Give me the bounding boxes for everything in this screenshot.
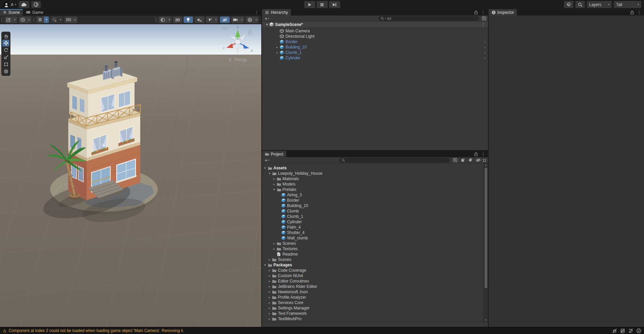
grid-snapping-toggle[interactable]: ▾ (36, 16, 49, 23)
project-item-cylinder[interactable]: Cylinder (262, 219, 488, 225)
project-item-models[interactable]: ▸Models (262, 181, 488, 187)
step-button[interactable] (329, 1, 340, 8)
unlock-icon[interactable] (474, 10, 478, 14)
toolbar-grip[interactable] (1, 18, 3, 22)
expand-arrow-icon[interactable]: ▸ (267, 258, 272, 261)
snap-increment-dropdown[interactable]: ▾ (65, 16, 77, 23)
tab-game[interactable]: Game (23, 9, 46, 15)
project-item-packages[interactable]: ▾Packages (262, 262, 488, 268)
expand-arrow-icon[interactable]: ▸ (267, 280, 272, 283)
label-tag-icon[interactable] (468, 158, 472, 162)
project-item-code-coverage[interactable]: ▸Code Coverage (262, 268, 488, 273)
status-bar[interactable]: ⚠ Component at index 2 could not be load… (0, 327, 644, 334)
scroll-up-arrow-icon[interactable]: ▲ (484, 163, 488, 167)
camera-settings-dropdown[interactable]: ▾ (231, 16, 244, 23)
expand-arrow-icon[interactable]: ▸ (272, 242, 276, 245)
expand-arrow-icon[interactable]: ▸ (275, 46, 279, 49)
scene-visibility-toggle[interactable] (220, 16, 230, 23)
project-menu-icon[interactable]: ⋮ (481, 152, 485, 157)
scene-lighting-toggle[interactable] (184, 16, 193, 23)
hierarchy-scene-row[interactable]: ▼ SampleScene* ⋮ (262, 22, 488, 27)
auto-refresh-disabled-icon[interactable] (628, 328, 633, 333)
project-item-editor-coroutines[interactable]: ▸Editor Coroutines (262, 278, 488, 284)
expand-arrow-icon[interactable]: ▸ (272, 183, 276, 186)
project-item-readme[interactable]: Readme (262, 252, 488, 257)
expand-arrow-icon[interactable]: ▸ (267, 285, 272, 288)
project-item-building-10[interactable]: Building_10 (262, 203, 488, 208)
expand-arrow-icon[interactable]: ▸ (272, 177, 276, 180)
hierarchy-item-cylinder[interactable]: Cylinder› (275, 55, 488, 61)
shading-mode-dropdown[interactable]: ▾ (159, 16, 172, 23)
project-item-jetbrains-rider-editor[interactable]: ▸JetBrains Rider Editor (262, 284, 488, 289)
project-create-button[interactable]: + ▾ (264, 158, 270, 163)
effects-visibility-dropdown[interactable]: ▾ (206, 16, 218, 23)
project-item-lowpoly-holiday-house[interactable]: ▾Lowpoly_Holiday_House (262, 171, 488, 176)
hierarchy-search-input[interactable]: ▾ All (378, 16, 479, 21)
search-in-window-icon[interactable] (453, 158, 457, 162)
transform-tool[interactable] (2, 68, 9, 75)
unlock-icon[interactable] (630, 10, 634, 14)
expand-arrow-icon[interactable]: ▸ (275, 51, 279, 54)
expand-arrow-icon[interactable]: ▸ (272, 247, 276, 250)
scene-panel-menu-icon[interactable]: ⋮ (255, 10, 259, 15)
gizmos-dropdown[interactable]: ▾ (246, 16, 259, 23)
scene-row-menu-icon[interactable]: ⋮ (481, 22, 485, 27)
open-prefab-chevron-icon[interactable]: › (484, 56, 486, 60)
project-item-palm-4[interactable]: Palm_4 (262, 225, 488, 230)
move-tool[interactable] (2, 40, 9, 46)
expand-arrow-icon[interactable]: ▾ (272, 188, 276, 191)
projection-toggle[interactable]: Persp (229, 57, 247, 62)
search-button[interactable] (575, 1, 585, 8)
project-item-shutter-4[interactable]: Shutter_4 (262, 230, 488, 235)
expand-arrow-icon[interactable]: ▸ (267, 312, 272, 315)
hierarchy-item-main-camera[interactable]: Main Camera (275, 28, 488, 34)
tab-inspector[interactable]: Inspector (489, 9, 517, 15)
cache-disabled-icon[interactable] (620, 328, 625, 333)
cloud-services-button[interactable] (19, 1, 29, 8)
play-button[interactable] (304, 1, 315, 8)
expand-arrow-icon[interactable]: ▸ (267, 291, 272, 294)
asset-store-package-icon[interactable] (460, 158, 465, 162)
project-item-services-core[interactable]: ▸Services Core (262, 300, 488, 305)
plastic-scm-button[interactable] (31, 1, 41, 8)
project-item-border[interactable]: Border (262, 198, 488, 203)
progress-check-icon[interactable] (636, 328, 641, 333)
pause-button[interactable] (316, 1, 328, 8)
project-search-input[interactable] (339, 158, 450, 163)
project-item-prefabs[interactable]: ▾Prefabs (262, 187, 488, 192)
expand-arrow-icon[interactable]: ▾ (263, 167, 267, 170)
project-item-custom-nunit[interactable]: ▸Custom NUnit (262, 273, 488, 278)
2d-mode-toggle[interactable]: 2D (173, 16, 182, 23)
scale-tool[interactable] (2, 54, 9, 61)
hierarchy-menu-icon[interactable]: ⋮ (481, 10, 485, 15)
grid-visibility-dropdown[interactable]: ▾ (50, 16, 63, 23)
scrollbar-thumb[interactable] (485, 168, 487, 288)
scroll-down-arrow-icon[interactable]: ▼ (484, 318, 488, 322)
project-item-materials[interactable]: ▸Materials (262, 176, 488, 181)
scene-viewport[interactable]: y x z Persp (0, 24, 261, 327)
hierarchy-item-border[interactable]: Border› (275, 39, 488, 44)
tab-scene[interactable]: Scene (0, 9, 23, 15)
project-item-textures[interactable]: ▸Textures (262, 246, 488, 252)
expand-arrow-icon[interactable]: ▸ (267, 274, 272, 277)
debugger-disabled-icon[interactable] (612, 328, 617, 333)
expand-arrow-icon[interactable]: ▸ (267, 269, 272, 272)
tab-project[interactable]: Project (262, 151, 286, 157)
account-button[interactable]: A ▾ (3, 2, 17, 8)
expand-arrow-icon[interactable]: ▾ (263, 264, 267, 267)
search-in-window-icon[interactable] (482, 16, 486, 21)
rotate-tool[interactable] (2, 47, 9, 54)
view-orientation-gizmo[interactable]: y x z Persp (219, 25, 259, 65)
expand-arrow-icon[interactable]: ▸ (267, 296, 272, 299)
project-item-clumb-1[interactable]: Clumb_1 (262, 214, 488, 219)
inspector-menu-icon[interactable]: ⋮ (637, 10, 641, 15)
open-prefab-chevron-icon[interactable]: › (484, 40, 486, 44)
hierarchy-item-clumb-1[interactable]: ▸Clumb_1› (275, 50, 488, 55)
toolbar-grip[interactable] (155, 18, 157, 22)
expand-arrow-icon[interactable]: ▸ (267, 301, 272, 304)
toolbar-grip[interactable] (33, 18, 35, 22)
expand-arrow-icon[interactable]: ▸ (267, 307, 272, 310)
expand-arrow-icon[interactable]: ▾ (267, 172, 272, 175)
project-item-clumb[interactable]: Clumb (262, 208, 488, 214)
expand-arrow-icon[interactable]: ▸ (267, 318, 272, 321)
